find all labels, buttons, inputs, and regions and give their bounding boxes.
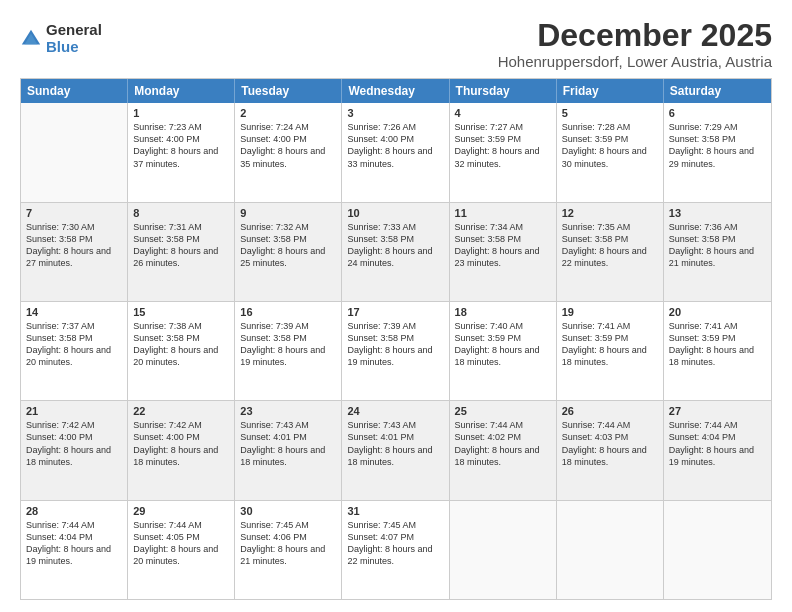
calendar-header: SundayMondayTuesdayWednesdayThursdayFrid…	[21, 79, 771, 103]
cell-info: Sunrise: 7:44 AMSunset: 4:03 PMDaylight:…	[562, 420, 647, 466]
day-number: 5	[562, 107, 658, 119]
logo-general: General	[46, 22, 102, 39]
logo: General Blue	[20, 22, 102, 55]
day-number: 15	[133, 306, 229, 318]
month-title: December 2025	[498, 18, 772, 53]
cell-info: Sunrise: 7:45 AMSunset: 4:07 PMDaylight:…	[347, 520, 432, 566]
day-number: 31	[347, 505, 443, 517]
calendar-cell: 16Sunrise: 7:39 AMSunset: 3:58 PMDayligh…	[235, 302, 342, 400]
cell-info: Sunrise: 7:31 AMSunset: 3:58 PMDaylight:…	[133, 222, 218, 268]
calendar-header-day: Saturday	[664, 79, 771, 103]
calendar-cell: 15Sunrise: 7:38 AMSunset: 3:58 PMDayligh…	[128, 302, 235, 400]
day-number: 11	[455, 207, 551, 219]
calendar-cell: 13Sunrise: 7:36 AMSunset: 3:58 PMDayligh…	[664, 203, 771, 301]
calendar-cell: 6Sunrise: 7:29 AMSunset: 3:58 PMDaylight…	[664, 103, 771, 201]
day-number: 3	[347, 107, 443, 119]
cell-info: Sunrise: 7:32 AMSunset: 3:58 PMDaylight:…	[240, 222, 325, 268]
calendar-cell: 1Sunrise: 7:23 AMSunset: 4:00 PMDaylight…	[128, 103, 235, 201]
day-number: 29	[133, 505, 229, 517]
calendar-cell	[557, 501, 664, 599]
calendar-cell: 29Sunrise: 7:44 AMSunset: 4:05 PMDayligh…	[128, 501, 235, 599]
cell-info: Sunrise: 7:43 AMSunset: 4:01 PMDaylight:…	[240, 420, 325, 466]
calendar: SundayMondayTuesdayWednesdayThursdayFrid…	[20, 78, 772, 600]
cell-info: Sunrise: 7:29 AMSunset: 3:58 PMDaylight:…	[669, 122, 754, 168]
calendar-header-day: Monday	[128, 79, 235, 103]
day-number: 21	[26, 405, 122, 417]
day-number: 9	[240, 207, 336, 219]
logo-icon	[20, 28, 42, 50]
calendar-cell: 26Sunrise: 7:44 AMSunset: 4:03 PMDayligh…	[557, 401, 664, 499]
cell-info: Sunrise: 7:37 AMSunset: 3:58 PMDaylight:…	[26, 321, 111, 367]
calendar-cell: 31Sunrise: 7:45 AMSunset: 4:07 PMDayligh…	[342, 501, 449, 599]
calendar-cell: 23Sunrise: 7:43 AMSunset: 4:01 PMDayligh…	[235, 401, 342, 499]
calendar-cell: 10Sunrise: 7:33 AMSunset: 3:58 PMDayligh…	[342, 203, 449, 301]
day-number: 26	[562, 405, 658, 417]
day-number: 25	[455, 405, 551, 417]
day-number: 16	[240, 306, 336, 318]
logo-blue: Blue	[46, 39, 102, 56]
cell-info: Sunrise: 7:42 AMSunset: 4:00 PMDaylight:…	[133, 420, 218, 466]
calendar-cell: 19Sunrise: 7:41 AMSunset: 3:59 PMDayligh…	[557, 302, 664, 400]
calendar-week-row: 14Sunrise: 7:37 AMSunset: 3:58 PMDayligh…	[21, 302, 771, 401]
calendar-week-row: 1Sunrise: 7:23 AMSunset: 4:00 PMDaylight…	[21, 103, 771, 202]
day-number: 12	[562, 207, 658, 219]
calendar-cell: 24Sunrise: 7:43 AMSunset: 4:01 PMDayligh…	[342, 401, 449, 499]
subtitle: Hohenruppersdorf, Lower Austria, Austria	[498, 53, 772, 70]
day-number: 23	[240, 405, 336, 417]
day-number: 6	[669, 107, 766, 119]
logo-text: General Blue	[46, 22, 102, 55]
day-number: 2	[240, 107, 336, 119]
day-number: 19	[562, 306, 658, 318]
calendar-cell: 14Sunrise: 7:37 AMSunset: 3:58 PMDayligh…	[21, 302, 128, 400]
day-number: 13	[669, 207, 766, 219]
calendar-header-day: Wednesday	[342, 79, 449, 103]
cell-info: Sunrise: 7:34 AMSunset: 3:58 PMDaylight:…	[455, 222, 540, 268]
cell-info: Sunrise: 7:42 AMSunset: 4:00 PMDaylight:…	[26, 420, 111, 466]
calendar-cell: 30Sunrise: 7:45 AMSunset: 4:06 PMDayligh…	[235, 501, 342, 599]
calendar-cell: 22Sunrise: 7:42 AMSunset: 4:00 PMDayligh…	[128, 401, 235, 499]
cell-info: Sunrise: 7:23 AMSunset: 4:00 PMDaylight:…	[133, 122, 218, 168]
day-number: 10	[347, 207, 443, 219]
calendar-cell	[664, 501, 771, 599]
calendar-cell: 11Sunrise: 7:34 AMSunset: 3:58 PMDayligh…	[450, 203, 557, 301]
calendar-cell	[21, 103, 128, 201]
day-number: 30	[240, 505, 336, 517]
day-number: 27	[669, 405, 766, 417]
calendar-header-day: Sunday	[21, 79, 128, 103]
day-number: 20	[669, 306, 766, 318]
day-number: 14	[26, 306, 122, 318]
page: General Blue December 2025 Hohenruppersd…	[0, 0, 792, 612]
cell-info: Sunrise: 7:41 AMSunset: 3:59 PMDaylight:…	[669, 321, 754, 367]
calendar-week-row: 28Sunrise: 7:44 AMSunset: 4:04 PMDayligh…	[21, 501, 771, 599]
day-number: 17	[347, 306, 443, 318]
calendar-week-row: 7Sunrise: 7:30 AMSunset: 3:58 PMDaylight…	[21, 203, 771, 302]
day-number: 4	[455, 107, 551, 119]
cell-info: Sunrise: 7:39 AMSunset: 3:58 PMDaylight:…	[347, 321, 432, 367]
calendar-cell: 5Sunrise: 7:28 AMSunset: 3:59 PMDaylight…	[557, 103, 664, 201]
calendar-cell: 28Sunrise: 7:44 AMSunset: 4:04 PMDayligh…	[21, 501, 128, 599]
header: General Blue December 2025 Hohenruppersd…	[20, 18, 772, 70]
calendar-cell: 4Sunrise: 7:27 AMSunset: 3:59 PMDaylight…	[450, 103, 557, 201]
calendar-body: 1Sunrise: 7:23 AMSunset: 4:00 PMDaylight…	[21, 103, 771, 599]
day-number: 7	[26, 207, 122, 219]
day-number: 22	[133, 405, 229, 417]
day-number: 18	[455, 306, 551, 318]
cell-info: Sunrise: 7:28 AMSunset: 3:59 PMDaylight:…	[562, 122, 647, 168]
calendar-cell: 8Sunrise: 7:31 AMSunset: 3:58 PMDaylight…	[128, 203, 235, 301]
calendar-header-day: Tuesday	[235, 79, 342, 103]
calendar-cell: 7Sunrise: 7:30 AMSunset: 3:58 PMDaylight…	[21, 203, 128, 301]
cell-info: Sunrise: 7:40 AMSunset: 3:59 PMDaylight:…	[455, 321, 540, 367]
calendar-cell: 18Sunrise: 7:40 AMSunset: 3:59 PMDayligh…	[450, 302, 557, 400]
day-number: 8	[133, 207, 229, 219]
cell-info: Sunrise: 7:30 AMSunset: 3:58 PMDaylight:…	[26, 222, 111, 268]
cell-info: Sunrise: 7:35 AMSunset: 3:58 PMDaylight:…	[562, 222, 647, 268]
cell-info: Sunrise: 7:43 AMSunset: 4:01 PMDaylight:…	[347, 420, 432, 466]
calendar-week-row: 21Sunrise: 7:42 AMSunset: 4:00 PMDayligh…	[21, 401, 771, 500]
calendar-header-day: Thursday	[450, 79, 557, 103]
cell-info: Sunrise: 7:45 AMSunset: 4:06 PMDaylight:…	[240, 520, 325, 566]
calendar-cell: 21Sunrise: 7:42 AMSunset: 4:00 PMDayligh…	[21, 401, 128, 499]
calendar-cell: 20Sunrise: 7:41 AMSunset: 3:59 PMDayligh…	[664, 302, 771, 400]
cell-info: Sunrise: 7:24 AMSunset: 4:00 PMDaylight:…	[240, 122, 325, 168]
cell-info: Sunrise: 7:39 AMSunset: 3:58 PMDaylight:…	[240, 321, 325, 367]
cell-info: Sunrise: 7:26 AMSunset: 4:00 PMDaylight:…	[347, 122, 432, 168]
